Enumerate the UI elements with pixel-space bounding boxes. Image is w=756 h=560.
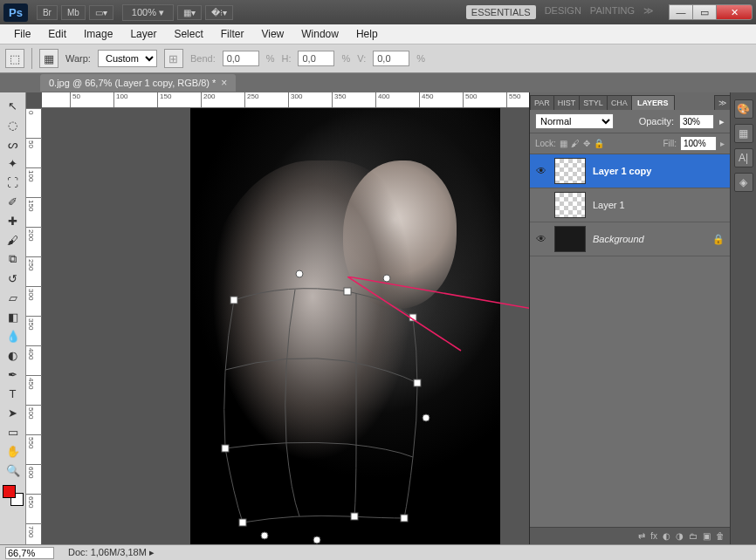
extras-button[interactable]: �⁝▾ (205, 5, 233, 20)
menu-file[interactable]: File (5, 25, 39, 43)
layer-row[interactable]: 👁 Background 🔒 (530, 222, 730, 256)
type-tool[interactable]: T (3, 384, 24, 403)
blend-mode-select[interactable]: Normal (535, 113, 614, 129)
menu-help[interactable]: Help (347, 25, 387, 43)
pct3: % (416, 53, 425, 64)
warp-mode-select[interactable]: Custom (98, 50, 157, 67)
layer-visibility-icon[interactable]: 👁 (535, 165, 547, 177)
ruler-tick: 50 (70, 92, 80, 108)
status-doc-info[interactable]: Doc: 1,06M/3,18M ▸ (68, 547, 155, 558)
fill-flyout-icon[interactable]: ▸ (720, 139, 725, 148)
opacity-flyout-icon[interactable]: ▸ (719, 116, 725, 127)
transform-tool-icon[interactable]: ⬚ (5, 49, 24, 68)
panel-tabs: PAR HIST STYL CHA LAYERS ≫ (530, 92, 730, 110)
layer-visibility-icon[interactable]: 👁 (535, 233, 547, 245)
panel-tab-layers[interactable]: LAYERS (631, 95, 675, 110)
adjustment-layer-icon[interactable]: ◑ (676, 531, 684, 541)
menu-edit[interactable]: Edit (39, 25, 75, 43)
dock-character-icon[interactable]: A| (734, 148, 753, 167)
foreground-color-swatch[interactable] (3, 485, 16, 498)
ruler-tick: 250 (244, 92, 258, 108)
dodge-tool[interactable]: ◐ (3, 345, 24, 365)
blur-tool[interactable]: 💧 (3, 326, 24, 345)
zoom-level-selector[interactable]: 100% ▾ (122, 4, 174, 21)
canvas[interactable]: Перемещайте узловые точки сетки и направ… (42, 108, 529, 544)
workspace-painting[interactable]: PAINTING (590, 5, 635, 19)
ruler-vertical[interactable]: 0 50 100 150 200 250 300 350 400 450 500… (26, 108, 42, 544)
delete-layer-icon[interactable]: 🗑 (716, 531, 725, 541)
ruler-horizontal[interactable]: 50 100 150 200 250 300 350 400 450 500 5… (42, 92, 529, 108)
layer-mask-icon[interactable]: ◐ (663, 531, 670, 541)
panel-tab-styles[interactable]: STYL (579, 95, 608, 110)
gradient-tool[interactable]: ◧ (3, 307, 24, 326)
dock-color-icon[interactable]: 🎨 (734, 99, 753, 119)
dock-swatches-icon[interactable]: ▦ (734, 124, 753, 143)
lock-transparency-icon[interactable]: ▦ (560, 139, 567, 148)
status-zoom-input[interactable] (5, 547, 54, 559)
close-tab-icon[interactable]: × (221, 77, 227, 89)
layer-group-icon[interactable]: 🗀 (689, 531, 698, 541)
dock-styles-icon[interactable]: ◈ (734, 173, 753, 192)
layer-thumbnail[interactable] (554, 192, 586, 218)
pen-tool[interactable]: ✒ (3, 365, 24, 384)
lock-pixels-icon[interactable]: 🖌 (571, 139, 580, 148)
opacity-input[interactable] (679, 114, 714, 129)
color-swatches[interactable] (3, 485, 24, 506)
hand-tool[interactable]: ✋ (3, 441, 24, 461)
layer-row[interactable]: 👁 Layer 1 copy (530, 154, 730, 188)
bridge-button[interactable]: Br (37, 5, 58, 20)
shape-tool[interactable]: ▭ (3, 422, 24, 441)
ruler-tick: 400 (375, 92, 389, 108)
window-maximize-button[interactable]: ▭ (692, 4, 717, 20)
menu-window[interactable]: Window (292, 25, 347, 43)
menu-filter[interactable]: Filter (212, 25, 253, 43)
window-close-button[interactable]: ✕ (716, 4, 753, 20)
path-selection-tool[interactable]: ➤ (3, 403, 24, 422)
toolbox: ↖ ◌ ᔕ ✦ ⛶ ✐ ✚ 🖌 ⧉ ↺ ▱ ◧ 💧 ◐ ✒ T ➤ ▭ ✋ 🔍 (0, 92, 26, 544)
eraser-tool[interactable]: ▱ (3, 288, 24, 307)
minibridge-button[interactable]: Mb (61, 5, 86, 20)
layer-name[interactable]: Layer 1 (593, 200, 725, 210)
document-tab[interactable]: 0.jpg @ 66,7% (Layer 1 copy, RGB/8) * × (40, 74, 236, 92)
menu-select[interactable]: Select (165, 25, 211, 43)
link-layers-icon[interactable]: ⇄ (638, 531, 645, 541)
arrange-documents-button[interactable]: ▦▾ (177, 5, 202, 20)
panel-tab-paragraph[interactable]: PAR (530, 95, 554, 110)
menu-image[interactable]: Image (75, 25, 121, 43)
layer-name[interactable]: Background (593, 234, 705, 244)
fill-input[interactable] (680, 136, 717, 151)
layer-thumbnail[interactable] (554, 158, 586, 184)
layer-visibility-icon[interactable] (535, 199, 547, 211)
layer-name[interactable]: Layer 1 copy (593, 166, 725, 176)
new-layer-icon[interactable]: ▣ (703, 531, 711, 541)
magic-wand-tool[interactable]: ✦ (3, 154, 24, 173)
workspace-essentials[interactable]: ESSENTIALS (466, 5, 536, 19)
panel-more-icon[interactable]: ≫ (714, 95, 731, 110)
zoom-tool[interactable]: 🔍 (3, 461, 24, 480)
lock-position-icon[interactable]: ✥ (583, 139, 590, 148)
window-minimize-button[interactable]: — (669, 4, 693, 20)
history-brush-tool[interactable]: ↺ (3, 269, 24, 288)
eyedropper-tool[interactable]: ✐ (3, 192, 24, 211)
brush-tool[interactable]: 🖌 (3, 230, 24, 249)
layer-thumbnail[interactable] (554, 226, 586, 252)
ruler-tick: 350 (26, 316, 42, 330)
workspace-design[interactable]: DESIGN (545, 5, 581, 19)
move-tool[interactable]: ↖ (3, 96, 24, 115)
stamp-tool[interactable]: ⧉ (3, 249, 24, 269)
menu-layer[interactable]: Layer (121, 25, 165, 43)
lasso-tool[interactable]: ᔕ (3, 134, 24, 154)
panel-tab-history[interactable]: HIST (553, 95, 581, 110)
marquee-tool[interactable]: ◌ (3, 115, 24, 134)
lock-all-icon[interactable]: 🔒 (594, 139, 604, 148)
layers-panel: Normal Opacity: ▸ Lock: ▦ 🖌 ✥ 🔒 Fill: ▸ (530, 110, 730, 527)
panel-tab-character[interactable]: CHA (607, 95, 632, 110)
workspace-more-icon[interactable]: ≫ (643, 5, 654, 19)
menu-view[interactable]: View (252, 25, 292, 43)
crop-tool[interactable]: ⛶ (3, 173, 24, 192)
healing-brush-tool[interactable]: ✚ (3, 211, 24, 230)
screen-mode-button[interactable]: ▭▾ (89, 5, 113, 20)
layer-row[interactable]: Layer 1 (530, 188, 730, 222)
warp-grid-icon[interactable]: ▦ (39, 49, 58, 68)
layer-fx-icon[interactable]: fx (650, 531, 657, 541)
